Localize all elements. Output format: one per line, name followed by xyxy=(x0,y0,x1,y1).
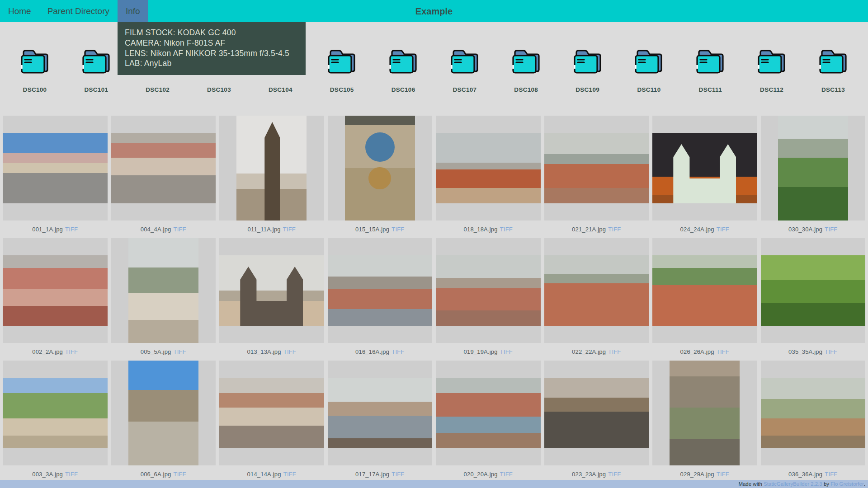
nav-item-parent-directory[interactable]: Parent Directory xyxy=(39,0,118,22)
tiff-link[interactable]: TIFF xyxy=(717,348,729,355)
photo-thumbnail-003_3a[interactable] xyxy=(3,378,108,448)
tiff-link[interactable]: TIFF xyxy=(717,226,729,233)
photo-cell: 024_24A.jpg TIFF xyxy=(652,116,757,238)
tiff-link[interactable]: TIFF xyxy=(174,471,186,478)
photo-filename: 001_1A.jpg xyxy=(32,226,63,233)
tiff-link[interactable]: TIFF xyxy=(608,471,621,478)
tiff-link[interactable]: TIFF xyxy=(174,226,186,233)
photo-thumbnail-013_13a[interactable] xyxy=(219,255,324,326)
tiff-link[interactable]: TIFF xyxy=(283,348,296,355)
photo-caption: 015_15A.jpg TIFF xyxy=(328,221,433,238)
photo-cell: 005_5A.jpg TIFF xyxy=(111,238,216,361)
photo-thumbnail-036_36a[interactable] xyxy=(761,378,866,448)
photo-thumbnail-029_29a[interactable] xyxy=(670,361,740,465)
photo-tile xyxy=(111,238,216,343)
folder-item-dsc108[interactable]: DSC108 xyxy=(509,48,543,93)
photo-filename: 016_16A.jpg xyxy=(355,348,389,355)
folder-item-dsc113[interactable]: DSC113 xyxy=(816,48,850,93)
photo-thumbnail-035_35a[interactable] xyxy=(761,255,866,326)
folder-label: DSC111 xyxy=(699,86,722,93)
tiff-link[interactable]: TIFF xyxy=(392,471,404,478)
tiff-link[interactable]: TIFF xyxy=(608,226,621,233)
photo-thumbnail-023_23a[interactable] xyxy=(544,378,649,448)
photo-filename: 021_21A.jpg xyxy=(572,226,606,233)
photo-thumbnail-018_18a[interactable] xyxy=(436,133,541,203)
photo-filename: 004_4A.jpg xyxy=(141,226,171,233)
photo-thumbnail-001_1a[interactable] xyxy=(3,133,108,203)
photo-thumbnail-015_15a[interactable] xyxy=(345,116,415,221)
folder-item-dsc106[interactable]: DSC106 xyxy=(387,48,420,93)
folder-icon xyxy=(818,48,848,75)
page-title: Example xyxy=(415,6,453,16)
folder-item-dsc100[interactable]: DSC100 xyxy=(18,48,52,93)
twin-towers-shape xyxy=(673,144,736,203)
tiff-link[interactable]: TIFF xyxy=(65,348,78,355)
photo-thumbnail-022_22a[interactable] xyxy=(544,255,649,326)
nav-item-home[interactable]: Home xyxy=(0,0,39,22)
photo-caption: 016_16A.jpg TIFF xyxy=(328,343,433,361)
tiff-link[interactable]: TIFF xyxy=(65,226,78,233)
photo-tile xyxy=(328,116,433,221)
photo-thumbnail-030_30a[interactable] xyxy=(778,116,848,221)
photo-tile xyxy=(3,238,108,343)
photo-tile xyxy=(544,238,649,343)
twin-towers-shape xyxy=(240,267,303,326)
photo-thumbnail-002_2a[interactable] xyxy=(3,255,108,326)
tiff-link[interactable]: TIFF xyxy=(174,348,186,355)
photo-thumbnail-020_20a[interactable] xyxy=(436,378,541,448)
photo-tile xyxy=(652,238,757,343)
tiff-link[interactable]: TIFF xyxy=(65,471,78,478)
tiff-link[interactable]: TIFF xyxy=(392,226,404,233)
photo-thumbnail-014_14a[interactable] xyxy=(219,378,324,448)
folder-item-dsc105[interactable]: DSC105 xyxy=(325,48,359,93)
photo-filename: 003_3A.jpg xyxy=(32,471,63,478)
folder-item-dsc107[interactable]: DSC107 xyxy=(448,48,481,93)
tiff-link[interactable]: TIFF xyxy=(825,348,837,355)
photo-tile xyxy=(761,361,866,465)
photo-caption: 024_24A.jpg TIFF xyxy=(652,221,757,238)
tiff-link[interactable]: TIFF xyxy=(283,226,296,233)
photo-thumbnail-021_21a[interactable] xyxy=(544,133,649,203)
folder-item-dsc110[interactable]: DSC110 xyxy=(632,48,665,93)
tiff-link[interactable]: TIFF xyxy=(500,348,513,355)
photo-thumbnail-011_11a[interactable] xyxy=(236,116,307,221)
tiff-link[interactable]: TIFF xyxy=(825,471,837,478)
photo-thumbnail-017_17a[interactable] xyxy=(328,378,433,448)
tiff-link[interactable]: TIFF xyxy=(392,348,404,355)
tiff-link[interactable]: TIFF xyxy=(283,471,296,478)
tiff-link[interactable]: TIFF xyxy=(500,471,513,478)
tiff-link[interactable]: TIFF xyxy=(717,471,729,478)
photo-cell: 023_23A.jpg TIFF xyxy=(544,361,649,483)
photo-cell: 026_26A.jpg TIFF xyxy=(652,238,757,361)
photo-thumbnail-019_19a[interactable] xyxy=(436,255,541,326)
photo-thumbnail-024_24a[interactable] xyxy=(652,133,757,203)
photo-grid: 001_1A.jpg TIFF 004_4A.jpg TIFF 011_11A.… xyxy=(0,116,868,483)
photo-filename: 013_13A.jpg xyxy=(247,348,281,355)
folder-label: DSC110 xyxy=(637,86,660,93)
builder-link[interactable]: StaticGalleryBuilder 2.2.3 xyxy=(764,481,822,487)
photo-thumbnail-004_4a[interactable] xyxy=(111,133,216,203)
author-link[interactable]: Flo Greistorfer xyxy=(830,481,864,487)
folder-item-dsc101[interactable]: DSC101 xyxy=(80,48,113,93)
photo-thumbnail-006_6a[interactable] xyxy=(128,361,198,465)
photo-thumbnail-016_16a[interactable] xyxy=(328,255,433,326)
photo-tile xyxy=(219,361,324,465)
photo-thumbnail-005_5a[interactable] xyxy=(128,238,198,343)
photo-caption: 013_13A.jpg TIFF xyxy=(219,343,324,361)
folder-item-dsc111[interactable]: DSC111 xyxy=(693,48,727,93)
folder-item-dsc109[interactable]: DSC109 xyxy=(571,48,604,93)
photo-cell: 016_16A.jpg TIFF xyxy=(328,238,433,361)
nav-item-info[interactable]: Info xyxy=(118,0,148,22)
info-line: CAMERA: Nikon F-801S AF xyxy=(125,38,298,48)
tiff-link[interactable]: TIFF xyxy=(825,226,837,233)
folder-label: DSC106 xyxy=(392,86,415,93)
photo-thumbnail-026_26a[interactable] xyxy=(652,255,757,326)
tiff-link[interactable]: TIFF xyxy=(608,348,621,355)
photo-tile xyxy=(328,361,433,465)
photo-cell: 029_29A.jpg TIFF xyxy=(652,361,757,483)
photo-tile xyxy=(111,116,216,221)
tiff-link[interactable]: TIFF xyxy=(500,226,513,233)
photo-cell: 006_6A.jpg TIFF xyxy=(111,361,216,483)
photo-tile xyxy=(652,361,757,465)
folder-item-dsc112[interactable]: DSC112 xyxy=(755,48,788,93)
